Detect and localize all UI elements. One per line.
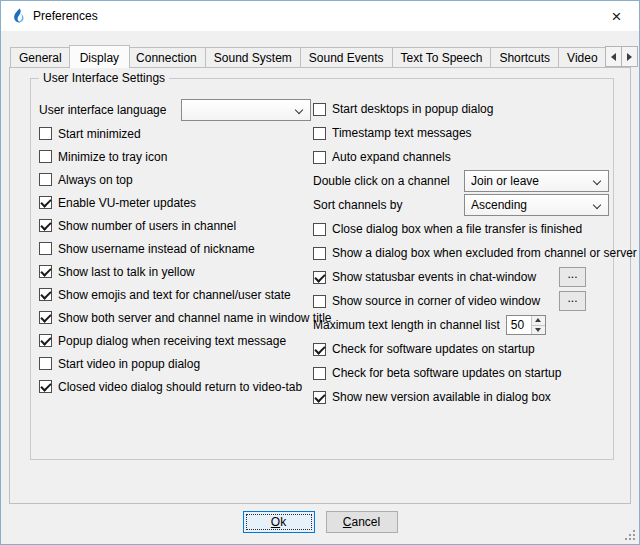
checkbox-box [313,127,326,140]
tab-video[interactable]: Video [558,47,606,68]
footer: Ok Cancel [1,507,639,537]
arrow-down-icon [535,328,541,332]
chevron-down-icon [295,105,303,113]
spinner-buttons [531,316,545,334]
checkbox-label: Auto expand channels [332,150,451,164]
language-label: User interface language [39,103,166,117]
combobox-value: Join or leave [471,174,539,188]
checkbox-box [313,103,326,116]
arrow-right-icon [627,53,632,61]
checkbox-always-on-top[interactable]: Always on top [39,168,311,191]
checkbox-box [39,150,52,163]
tab-scroll-right-button[interactable] [621,46,638,67]
checkbox-label: Minimize to tray icon [58,150,167,164]
checkbox-check-beta-updates[interactable]: Check for beta software updates on start… [313,361,609,385]
checkbox-label: Show a dialog box when excluded from cha… [332,246,637,260]
checkbox-server-channel-in-title[interactable]: Show both server and channel name in win… [39,306,311,329]
resize-grip-dots [625,530,627,532]
statusbar-events-options-button[interactable]: ... [559,267,586,287]
max-text-length-label: Maximum text length in channel list [313,318,500,332]
checkbox-box [39,334,52,347]
tab-sound-events[interactable]: Sound Events [300,47,393,68]
right-column: Start desktops in popup dialog Timestamp… [313,97,609,409]
arrow-up-icon [535,318,541,322]
checkbox-show-number-of-users[interactable]: Show number of users in channel [39,214,311,237]
ok-button-label: Ok [271,515,286,529]
checkbox-box [313,391,326,404]
checkbox-popup-on-text-message[interactable]: Popup dialog when receiving text message [39,329,311,352]
spin-up-button[interactable] [532,316,545,326]
checkbox-box [313,343,326,356]
checkbox-check-software-updates[interactable]: Check for software updates on startup [313,337,609,361]
checkbox-auto-expand-channels[interactable]: Auto expand channels [313,145,609,169]
checkbox-start-video-popup[interactable]: Start video in popup dialog [39,352,311,375]
checkbox-box [313,247,326,260]
checkbox-label: Closed video dialog should return to vid… [58,380,302,394]
spinner-value: 50 [507,316,531,334]
ui-settings-group: User Interface Settings User interface l… [30,78,614,460]
checkbox-show-new-version[interactable]: Show new version available in dialog box [313,385,609,409]
double-click-label: Double click on a channel [313,174,450,188]
resize-grip[interactable] [624,529,636,541]
display-tab-panel: User Interface Settings User interface l… [9,67,631,504]
checkbox-label: Start video in popup dialog [58,357,200,371]
checkbox-closed-video-return[interactable]: Closed video dialog should return to vid… [39,375,311,398]
checkbox-box [313,295,326,308]
checkbox-box [313,151,326,164]
checkbox-label: Close dialog box when a file transfer is… [332,222,582,236]
cancel-button-label: Cancel [343,515,380,529]
checkbox-box [313,271,326,284]
tab-connection[interactable]: Connection [127,47,206,68]
checkbox-username-instead-nickname[interactable]: Show username instead of nickname [39,237,311,260]
checkbox-minimize-to-tray[interactable]: Minimize to tray icon [39,145,311,168]
checkbox-start-minimized[interactable]: Start minimized [39,122,311,145]
checkbox-box [39,311,52,324]
tab-text-to-speech[interactable]: Text To Speech [392,47,492,68]
combobox-value: Ascending [471,198,527,212]
language-combobox[interactable] [181,99,311,121]
max-text-length-spinner[interactable]: 50 [506,315,546,335]
tab-sound-system[interactable]: Sound System [205,47,301,68]
checkbox-label: Show source in corner of video window [332,294,540,308]
double-click-row: Double click on a channel Join or leave [313,169,609,193]
checkbox-label: Enable VU-meter updates [58,196,196,210]
titlebar[interactable]: Preferences × [1,1,639,31]
checkbox-close-on-file-transfer[interactable]: Close dialog box when a file transfer is… [313,217,609,241]
chevron-down-icon [593,177,601,185]
checkbox-start-desktops-popup[interactable]: Start desktops in popup dialog [313,97,609,121]
close-button[interactable]: × [594,1,639,31]
tab-bar: General Display Connection Sound System … [10,44,610,68]
checkbox-box [39,219,52,232]
checkbox-box [313,367,326,380]
tab-scroll-left-button[interactable] [605,46,622,67]
cancel-button[interactable]: Cancel [326,511,398,533]
checkbox-excluded-dialog[interactable]: Show a dialog box when excluded from cha… [313,241,609,265]
tab-shortcuts[interactable]: Shortcuts [490,47,559,68]
max-text-length-row: Maximum text length in channel list 50 [313,313,609,337]
statusbar-events-row: Show statusbar events in chat-window ... [313,265,609,289]
checkbox-label: Show both server and channel name in win… [58,311,332,325]
checkbox-box [39,265,52,278]
checkbox-statusbar-events[interactable]: Show statusbar events in chat-window [313,270,536,284]
checkbox-label: Start minimized [58,127,141,141]
ok-button[interactable]: Ok [243,511,315,533]
sort-channels-row: Sort channels by Ascending [313,193,609,217]
checkbox-box [39,127,52,140]
checkbox-emojis-and-text-state[interactable]: Show emojis and text for channel/user st… [39,283,311,306]
checkbox-label: Show new version available in dialog box [332,390,551,404]
checkbox-timestamp-messages[interactable]: Timestamp text messages [313,121,609,145]
left-column: User interface language Start minimized … [39,97,311,398]
checkbox-box [39,196,52,209]
tab-display[interactable]: Display [69,45,130,68]
double-click-combobox[interactable]: Join or leave [464,170,609,192]
video-source-options-button[interactable]: ... [559,291,586,311]
checkbox-label: Show last to talk in yellow [58,265,195,279]
tab-scroll-buttons [605,46,638,67]
spin-down-button[interactable] [532,326,545,335]
checkbox-video-source-corner[interactable]: Show source in corner of video window [313,294,540,308]
checkbox-vu-meter-updates[interactable]: Enable VU-meter updates [39,191,311,214]
sort-channels-combobox[interactable]: Ascending [464,194,609,216]
checkbox-label: Check for beta software updates on start… [332,366,561,380]
checkbox-last-to-talk-yellow[interactable]: Show last to talk in yellow [39,260,311,283]
tab-general[interactable]: General [10,47,71,68]
